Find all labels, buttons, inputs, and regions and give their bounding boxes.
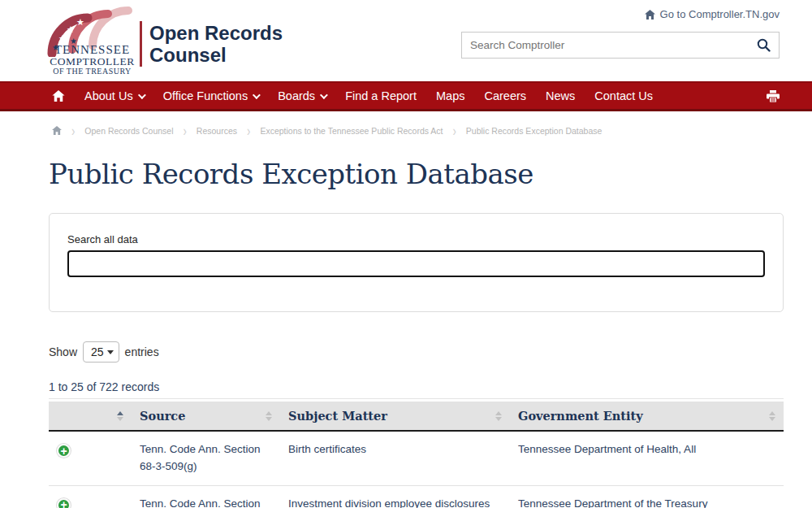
go-to-comptroller-link[interactable]: Go to Comptroller.TN.gov — [461, 8, 780, 20]
sort-icon — [266, 411, 272, 421]
nav-label: News — [546, 89, 575, 102]
print-button[interactable] — [767, 90, 780, 102]
expand-cell: + — [49, 432, 132, 485]
sort-icon — [117, 411, 123, 421]
entries-label: entries — [125, 345, 159, 358]
column-header-source[interactable]: Source — [132, 402, 280, 430]
subject-matter-cell: Investment division employee disclosures — [280, 486, 510, 508]
breadcrumb-separator: › — [184, 122, 187, 139]
breadcrumb-separator: › — [453, 122, 456, 139]
column-header-label: Subject Matter — [288, 409, 387, 423]
nav-item-news[interactable]: News — [546, 89, 575, 102]
page-size-value: 25 — [91, 345, 104, 358]
table-row: + Tenn. Code Ann. Section 10-7-504(f)(7)… — [49, 486, 784, 508]
expand-row-button[interactable]: + — [57, 498, 71, 508]
site-header: ★ ★ ★ ★ ★ Tennessee Comptroller of the T… — [0, 0, 812, 81]
column-header-label: Source — [140, 409, 185, 423]
logo-line-3: of the Treasury — [45, 67, 139, 76]
breadcrumb-item-resources[interactable]: Resources — [197, 126, 237, 136]
header-right: Go to Comptroller.TN.gov — [461, 8, 780, 59]
nav-item-find-a-report[interactable]: Find a Report — [345, 89, 417, 102]
svg-text:★: ★ — [58, 33, 67, 43]
government-entity-cell: Tennessee Department of Health, All — [510, 432, 784, 485]
column-header-expand[interactable] — [49, 402, 132, 430]
nav-item-careers[interactable]: Careers — [484, 89, 526, 102]
logo-text: Tennessee Comptroller of the Treasury — [45, 44, 139, 76]
logo-line-2: Comptroller — [45, 56, 139, 67]
search-all-data-input[interactable] — [67, 250, 765, 277]
home-icon — [52, 90, 65, 102]
show-label: Show — [49, 345, 77, 358]
header-search-input[interactable] — [470, 39, 757, 51]
nav-label: Contact Us — [594, 89, 653, 102]
nav-label: About Us — [84, 89, 133, 102]
main-nav: About Us Office Functions Boards Find a … — [0, 81, 812, 111]
svg-text:★: ★ — [76, 17, 84, 27]
chevron-down-icon — [138, 91, 146, 99]
sort-icon — [495, 411, 502, 421]
nav-label: Office Functions — [163, 89, 248, 102]
breadcrumb-item-current-page: Public Records Exception Database — [466, 126, 603, 136]
comptroller-logo[interactable]: ★ ★ ★ ★ ★ Tennessee Comptroller of the T… — [45, 3, 139, 76]
chevron-down-icon — [253, 91, 261, 99]
nav-label: Find a Report — [345, 89, 417, 102]
subject-matter-cell: Birth certificates — [280, 432, 510, 485]
table-header-row: Source Subject Matter Government Entity — [49, 402, 784, 432]
breadcrumb-item-exceptions[interactable]: Exceptions to the Tennessee Public Recor… — [260, 126, 443, 136]
search-icon[interactable] — [757, 38, 771, 52]
printer-icon — [767, 90, 780, 102]
breadcrumb-separator: › — [71, 122, 75, 139]
government-entity-cell: Tennessee Department of the Treasury — [510, 486, 784, 508]
home-icon — [645, 10, 655, 20]
nav-item-office-functions[interactable]: Office Functions — [163, 89, 259, 102]
nav-label: Careers — [484, 89, 526, 102]
column-header-label: Government Entity — [518, 409, 643, 423]
search-all-data-panel: Search all data — [49, 213, 784, 312]
expand-row-button[interactable]: + — [57, 444, 71, 458]
nav-label: Boards — [278, 89, 315, 102]
source-cell: Tenn. Code Ann. Section 10-7-504(f)(7) — [132, 486, 280, 508]
nav-item-contact-us[interactable]: Contact Us — [594, 89, 653, 102]
home-icon[interactable] — [52, 126, 62, 135]
page-size-control: Show 25 entries — [49, 341, 784, 363]
site-name[interactable]: Open Records Counsel — [149, 23, 283, 67]
svg-text:★: ★ — [67, 24, 75, 34]
main-content: Public Records Exception Database Search… — [49, 158, 784, 508]
breadcrumb: › Open Records Counsel › Resources › Exc… — [0, 111, 812, 137]
caret-down-icon — [107, 350, 114, 354]
page-title: Public Records Exception Database — [49, 158, 784, 190]
sort-icon — [769, 411, 775, 421]
go-to-comptroller-label: Go to Comptroller.TN.gov — [660, 8, 780, 20]
expand-cell: + — [49, 486, 132, 508]
breadcrumb-item-open-records-counsel[interactable]: Open Records Counsel — [84, 126, 173, 136]
site-name-line-1: Open Records — [149, 23, 283, 45]
table-row: + Tenn. Code Ann. Section 68-3-509(g) Bi… — [49, 432, 784, 486]
header-search-box — [461, 32, 780, 59]
chevron-down-icon — [320, 91, 328, 99]
records-summary: 1 to 25 of 722 records — [49, 380, 784, 399]
nav-label: Maps — [436, 89, 464, 102]
column-header-subject-matter[interactable]: Subject Matter — [280, 402, 510, 430]
site-name-line-2: Counsel — [149, 45, 283, 67]
nav-item-maps[interactable]: Maps — [436, 89, 464, 102]
column-header-government-entity[interactable]: Government Entity — [510, 402, 784, 430]
source-cell: Tenn. Code Ann. Section 68-3-509(g) — [132, 432, 280, 485]
nav-item-boards[interactable]: Boards — [278, 89, 326, 102]
exceptions-table: Source Subject Matter Government Entity — [49, 402, 784, 508]
breadcrumb-separator: › — [247, 122, 250, 139]
logo-line-1: Tennessee — [45, 44, 139, 56]
search-all-data-label: Search all data — [67, 233, 765, 245]
page-size-select[interactable]: 25 — [83, 341, 119, 363]
logo-divider — [140, 21, 142, 67]
page: ★ ★ ★ ★ ★ Tennessee Comptroller of the T… — [0, 0, 812, 508]
nav-home-button[interactable] — [52, 90, 65, 102]
nav-item-about-us[interactable]: About Us — [84, 89, 144, 102]
